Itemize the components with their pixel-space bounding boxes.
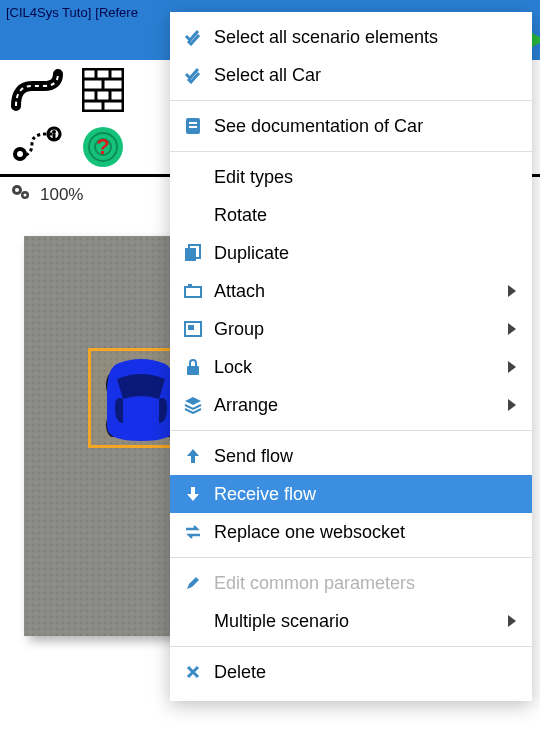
submenu-arrow-icon: [508, 615, 516, 627]
check-all-icon: [182, 66, 204, 84]
wall-icon[interactable]: [82, 68, 124, 112]
menu-item-label: Edit types: [214, 167, 293, 188]
menu-separator: [170, 100, 532, 101]
menu-item[interactable]: Duplicate: [170, 234, 532, 272]
palette: ?: [0, 60, 130, 174]
svg-text:?: ?: [96, 134, 109, 159]
menu-item-label: Attach: [214, 281, 265, 302]
copy-icon: [182, 244, 204, 262]
check-all-icon: [182, 28, 204, 46]
svg-rect-28: [185, 248, 196, 261]
menu-item-label: Select all Car: [214, 65, 321, 86]
radar-icon[interactable]: ?: [82, 126, 124, 168]
delete-icon: [182, 665, 204, 679]
menu-item-label: Edit common parameters: [214, 573, 415, 594]
menu-item-label: Lock: [214, 357, 252, 378]
lock-icon: [182, 358, 204, 376]
context-menu: Select all scenario elementsSelect all C…: [170, 12, 532, 701]
menu-item[interactable]: See documentation of Car: [170, 107, 532, 145]
menu-item[interactable]: Multiple scenario: [170, 602, 532, 640]
menu-item[interactable]: Rotate: [170, 196, 532, 234]
menu-item[interactable]: Select all scenario elements: [170, 18, 532, 56]
gears-icon[interactable]: [10, 183, 32, 206]
arrow-up-icon: [182, 447, 204, 465]
title-part2: [Refere: [95, 5, 138, 20]
svg-rect-33: [188, 325, 194, 330]
svg-point-18: [15, 188, 19, 192]
submenu-arrow-icon: [508, 361, 516, 373]
road-icon[interactable]: [10, 68, 64, 112]
menu-item-label: Group: [214, 319, 264, 340]
menu-item-label: Send flow: [214, 446, 293, 467]
title-part1: [CIL4Sys Tuto]: [6, 5, 91, 20]
menu-item-label: See documentation of Car: [214, 116, 423, 137]
arrow-down-icon: [182, 485, 204, 503]
menu-item[interactable]: Send flow: [170, 437, 532, 475]
svg-point-20: [24, 194, 27, 197]
submenu-arrow-icon: [508, 285, 516, 297]
menu-separator: [170, 646, 532, 647]
svg-point-1: [17, 151, 23, 157]
svg-rect-30: [185, 287, 201, 297]
menu-item-label: Multiple scenario: [214, 611, 349, 632]
menu-item[interactable]: Delete: [170, 653, 532, 691]
svg-rect-31: [188, 284, 192, 288]
svg-rect-34: [187, 366, 199, 375]
submenu-arrow-icon: [508, 399, 516, 411]
route-icon[interactable]: [10, 126, 64, 164]
menu-item[interactable]: Lock: [170, 348, 532, 386]
menu-item[interactable]: Attach: [170, 272, 532, 310]
pencil-icon: [182, 575, 204, 591]
swap-icon: [182, 524, 204, 540]
submenu-arrow-icon: [508, 323, 516, 335]
attach-icon: [182, 283, 204, 299]
menu-item[interactable]: Arrange: [170, 386, 532, 424]
menu-item-label: Duplicate: [214, 243, 289, 264]
layers-icon: [182, 396, 204, 414]
menu-item-label: Receive flow: [214, 484, 316, 505]
menu-item[interactable]: Receive flow: [170, 475, 532, 513]
menu-separator: [170, 151, 532, 152]
menu-item[interactable]: Edit types: [170, 158, 532, 196]
menu-item-label: Delete: [214, 662, 266, 683]
group-icon: [182, 321, 204, 337]
menu-item-label: Arrange: [214, 395, 278, 416]
zoom-label: 100%: [40, 185, 83, 205]
svg-point-2: [52, 130, 56, 134]
menu-item[interactable]: Select all Car: [170, 56, 532, 94]
menu-separator: [170, 557, 532, 558]
menu-separator: [170, 430, 532, 431]
menu-item-label: Select all scenario elements: [214, 27, 438, 48]
menu-item-label: Rotate: [214, 205, 267, 226]
menu-item[interactable]: Group: [170, 310, 532, 348]
menu-item-label: Replace one websocket: [214, 522, 405, 543]
doc-icon: [182, 117, 204, 135]
menu-item[interactable]: Replace one websocket: [170, 513, 532, 551]
menu-item: Edit common parameters: [170, 564, 532, 602]
